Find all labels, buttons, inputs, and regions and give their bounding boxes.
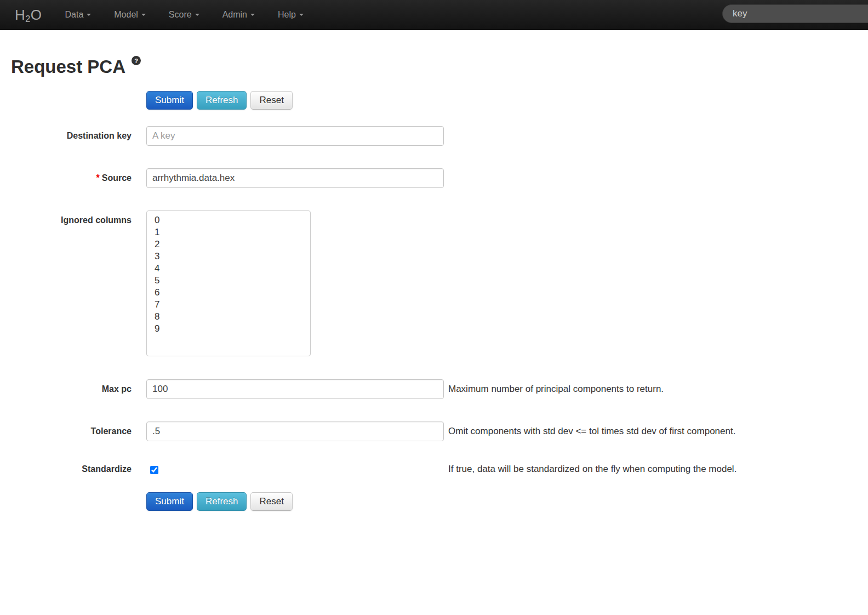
refresh-button[interactable]: Refresh: [197, 91, 247, 110]
brand-h: H: [15, 7, 25, 23]
nav-menu-score-label: Score: [169, 10, 192, 20]
h2o-logo[interactable]: H2O: [15, 7, 42, 24]
submit-button[interactable]: Submit: [146, 492, 193, 511]
destination-key-row: Destination key: [0, 126, 868, 146]
help-icon[interactable]: ?: [132, 56, 141, 65]
required-asterisk: *: [96, 173, 100, 183]
toolbar-top: Submit Refresh Reset: [146, 91, 868, 110]
page-header: Request PCA ?: [11, 57, 868, 77]
max-pc-label: Max pc: [0, 379, 132, 394]
standardize-help-text: If true, data will be standardized on th…: [448, 464, 736, 475]
tolerance-help-text: Omit components with std dev <= tol time…: [448, 426, 735, 437]
nav-menu-model-label: Model: [114, 10, 138, 20]
tolerance-input[interactable]: [146, 422, 444, 441]
navbar-search-input[interactable]: [722, 4, 868, 23]
brand-sub: 2: [25, 14, 30, 24]
nav-menu-admin[interactable]: Admin: [216, 0, 261, 30]
reset-button[interactable]: Reset: [250, 492, 292, 511]
source-label: *Source: [0, 168, 132, 183]
ignored-column-option[interactable]: 9: [149, 323, 308, 335]
standardize-checkbox[interactable]: [150, 466, 158, 474]
nav-menu-data[interactable]: Data: [58, 0, 98, 30]
caret-down-icon: [250, 14, 255, 16]
ignored-column-option[interactable]: 1: [149, 226, 308, 238]
brand-o: O: [31, 7, 42, 23]
ignored-column-option[interactable]: 0: [149, 214, 308, 226]
nav-menu-help[interactable]: Help: [271, 0, 310, 30]
nav-menu-help-label: Help: [278, 10, 296, 20]
ignored-columns-label: Ignored columns: [0, 210, 132, 225]
nav-menu-score[interactable]: Score: [162, 0, 206, 30]
tolerance-label: Tolerance: [0, 422, 132, 436]
source-label-text: Source: [102, 173, 132, 183]
nav-menu-admin-label: Admin: [222, 10, 247, 20]
page-title: Request PCA: [11, 57, 125, 77]
ignored-column-option[interactable]: 5: [149, 275, 308, 287]
source-input[interactable]: [146, 168, 444, 188]
tolerance-row: Tolerance Omit components with std dev <…: [0, 422, 868, 441]
refresh-button[interactable]: Refresh: [197, 492, 247, 511]
source-row: *Source: [0, 168, 868, 188]
ignored-columns-listbox[interactable]: 0123456789: [146, 210, 311, 356]
nav-menu-model[interactable]: Model: [107, 0, 152, 30]
standardize-label: Standardize: [0, 464, 132, 474]
max-pc-input[interactable]: [146, 379, 444, 399]
main-content: Request PCA ? Submit Refresh Reset Desti…: [0, 30, 868, 511]
caret-down-icon: [87, 14, 91, 16]
navbar-menu: Data Model Score Admin Help: [58, 0, 319, 30]
ignored-column-option[interactable]: 4: [149, 263, 308, 275]
toolbar-bottom: Submit Refresh Reset: [146, 492, 868, 511]
caret-down-icon: [141, 14, 146, 16]
caret-down-icon: [299, 14, 304, 16]
caret-down-icon: [195, 14, 199, 16]
nav-menu-data-label: Data: [65, 10, 83, 20]
destination-key-input[interactable]: [146, 126, 444, 146]
submit-button[interactable]: Submit: [146, 91, 193, 110]
ignored-column-option[interactable]: 3: [149, 250, 308, 263]
ignored-column-option[interactable]: 6: [149, 287, 308, 299]
max-pc-help-text: Maximum number of principal components t…: [448, 384, 664, 395]
top-navbar: H2O Data Model Score Admin Help: [0, 0, 868, 30]
ignored-column-option[interactable]: 2: [149, 238, 308, 250]
standardize-row: Standardize If true, data will be standa…: [0, 464, 868, 476]
ignored-column-option[interactable]: 7: [149, 299, 308, 311]
ignored-column-option[interactable]: 8: [149, 311, 308, 323]
reset-button[interactable]: Reset: [250, 91, 292, 110]
destination-key-label: Destination key: [0, 126, 132, 141]
ignored-columns-row: Ignored columns 0123456789: [0, 210, 868, 356]
max-pc-row: Max pc Maximum number of principal compo…: [0, 379, 868, 399]
